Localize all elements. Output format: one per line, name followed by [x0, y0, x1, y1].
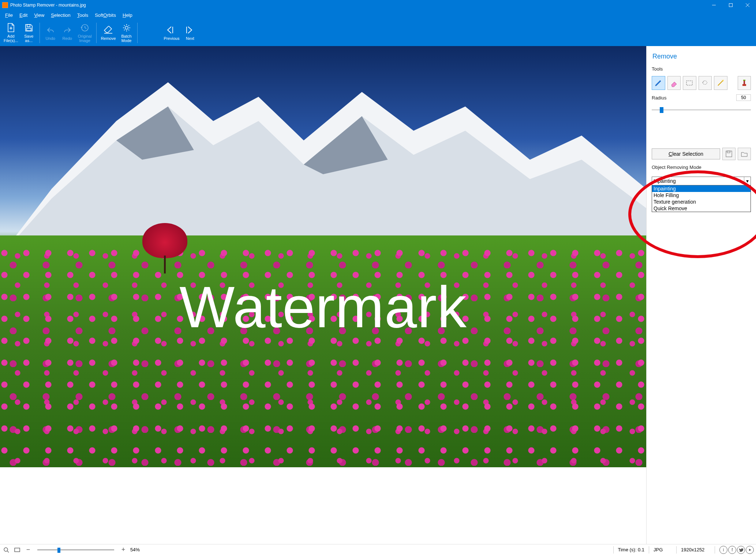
side-panel: Remove Tools — [646, 46, 756, 544]
zoom-slider[interactable] — [37, 547, 114, 553]
mode-option-texture-generation[interactable]: Texture generation — [652, 199, 751, 205]
save-mask-button[interactable] — [722, 148, 736, 160]
arrow-right-icon — [185, 25, 195, 35]
mode-dropdown[interactable]: Inpainting ▾ — [652, 177, 751, 185]
zoom-out-button[interactable]: − — [24, 546, 32, 554]
status-bar: − + 54% Time (s): 0.1 JPG 1920x1252 i f — [0, 544, 756, 555]
mode-option-quick-remove[interactable]: Quick Remove — [652, 205, 751, 212]
menu-tools[interactable]: Tools — [74, 12, 91, 19]
svg-rect-5 — [27, 28, 31, 31]
eraser-icon — [104, 25, 113, 35]
status-time: Time (s): 0.1 — [618, 547, 644, 552]
status-dimensions: 1920x1252 — [681, 547, 710, 552]
tool-eraser[interactable] — [667, 76, 681, 90]
history-icon — [80, 23, 90, 33]
svg-rect-20 — [727, 151, 730, 153]
svg-rect-17 — [744, 80, 745, 84]
mode-option-hole-filling[interactable]: Hole Filling — [652, 192, 751, 199]
arrow-left-icon — [167, 25, 176, 35]
svg-marker-24 — [749, 549, 751, 551]
radius-value[interactable]: 50 — [736, 94, 751, 101]
menu-help[interactable]: Help — [120, 12, 135, 19]
youtube-icon[interactable] — [746, 546, 754, 554]
svg-rect-16 — [742, 84, 746, 86]
previous-button[interactable]: Previous — [162, 20, 182, 46]
zoom-fit-button[interactable] — [2, 546, 10, 554]
tool-lasso[interactable] — [699, 76, 712, 90]
window-title: Photo Stamp Remover - mountains.jpg — [10, 3, 706, 8]
status-format: JPG — [654, 547, 672, 552]
facebook-icon[interactable]: f — [728, 546, 736, 554]
batch-label: Batch Mode — [121, 34, 132, 43]
add-files-label: Add File(s)... — [4, 34, 18, 43]
next-button[interactable]: Next — [181, 20, 198, 46]
twitter-icon[interactable] — [737, 546, 745, 554]
svg-rect-1 — [729, 4, 733, 7]
svg-rect-23 — [15, 548, 20, 552]
add-file-icon — [6, 23, 16, 33]
save-icon — [24, 23, 34, 33]
image-canvas[interactable]: Watermark — [0, 46, 646, 467]
remove-button[interactable]: Remove — [99, 20, 118, 46]
menu-bar: File Edit View Selection Tools SoftOrbit… — [0, 10, 756, 20]
remove-label: Remove — [101, 36, 116, 41]
mode-dropdown-list: Inpainting Hole Filling Texture generati… — [652, 185, 751, 212]
tree-graphic — [142, 223, 188, 273]
undo-button[interactable]: Undo — [42, 20, 59, 46]
toolbar-separator — [96, 23, 97, 43]
minimize-button[interactable] — [706, 0, 722, 10]
svg-rect-14 — [686, 81, 692, 85]
chevron-down-icon: ▾ — [744, 177, 751, 185]
panel-title: Remove — [652, 51, 751, 62]
title-bar: Photo Stamp Remover - mountains.jpg — [0, 0, 756, 10]
tool-magic-wand[interactable] — [714, 76, 727, 90]
menu-view[interactable]: View — [31, 12, 47, 19]
watermark-text: Watermark — [179, 273, 467, 341]
load-mask-button[interactable] — [738, 148, 751, 160]
svg-rect-4 — [27, 24, 30, 27]
original-image-button[interactable]: Original Image — [76, 20, 94, 46]
redo-label: Redo — [63, 36, 72, 41]
tools-label: Tools — [652, 66, 751, 72]
redo-button[interactable]: Redo — [59, 20, 76, 46]
save-as-button[interactable]: Save as... — [20, 20, 37, 46]
maximize-button[interactable] — [722, 0, 739, 10]
mode-label: Object Removing Mode — [652, 165, 751, 170]
app-icon — [2, 2, 8, 8]
add-files-button[interactable]: Add File(s)... — [1, 20, 20, 46]
tool-marker[interactable] — [652, 76, 665, 90]
menu-selection[interactable]: Selection — [48, 12, 73, 19]
original-label: Original Image — [78, 34, 92, 43]
svg-point-7 — [125, 26, 128, 29]
tool-clone-stamp[interactable] — [738, 76, 751, 90]
mode-option-inpainting[interactable]: Inpainting — [652, 185, 751, 192]
menu-softorbits[interactable]: SoftOrbits — [92, 12, 119, 19]
toolbar: Add File(s)... Save as... Undo Redo Ori — [0, 20, 756, 46]
next-label: Next — [186, 36, 194, 41]
batch-mode-button[interactable]: Batch Mode — [118, 20, 135, 46]
fit-screen-button[interactable] — [13, 546, 21, 554]
tool-rect-select[interactable] — [683, 76, 696, 90]
menu-file[interactable]: File — [2, 12, 16, 19]
redo-icon — [63, 25, 72, 35]
clear-selection-button[interactable]: Clear Selection — [652, 148, 720, 159]
toolbar-separator — [137, 23, 138, 43]
canvas-area[interactable]: Watermark — [0, 46, 646, 544]
save-as-label: Save as... — [24, 34, 33, 43]
close-button[interactable] — [739, 0, 756, 10]
gear-icon — [122, 23, 131, 33]
info-icon[interactable]: i — [719, 546, 727, 554]
undo-icon — [46, 25, 55, 35]
svg-rect-18 — [743, 80, 745, 81]
toolbar-separator — [40, 23, 40, 43]
previous-label: Previous — [164, 36, 180, 41]
radius-label: Radius — [652, 95, 666, 101]
svg-rect-19 — [726, 151, 732, 157]
svg-point-21 — [4, 548, 8, 551]
menu-edit[interactable]: Edit — [16, 12, 30, 19]
mode-selected: Inpainting — [654, 178, 676, 184]
zoom-in-button[interactable]: + — [119, 546, 127, 554]
undo-label: Undo — [46, 36, 55, 41]
radius-slider[interactable] — [652, 106, 751, 113]
zoom-percent: 54% — [130, 547, 140, 552]
